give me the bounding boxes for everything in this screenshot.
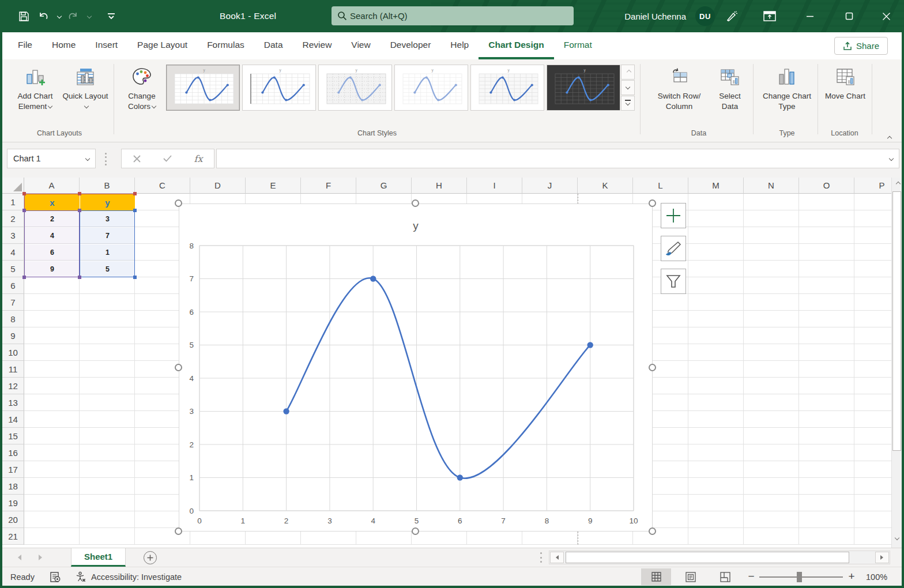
row-header-6[interactable]: 6 [2, 277, 24, 294]
column-header-B[interactable]: B [80, 178, 135, 194]
range-handle[interactable] [22, 276, 26, 279]
column-header-P[interactable]: P [854, 178, 891, 194]
tab-page-layout[interactable]: Page Layout [127, 32, 197, 59]
chart-styles-button[interactable] [661, 236, 686, 261]
formula-bar-resize-handle[interactable] [105, 153, 107, 165]
column-header-C[interactable]: C [135, 178, 190, 194]
sheet-nav-next-button[interactable] [36, 553, 45, 562]
chart-selection-handle[interactable] [412, 199, 419, 207]
zoom-level[interactable]: 100% [866, 567, 887, 586]
vertical-scroll-thumb[interactable] [892, 191, 901, 451]
chart-style-1[interactable]: y [166, 65, 240, 111]
row-header-7[interactable]: 7 [2, 294, 24, 311]
row-header-17[interactable]: 17 [2, 461, 24, 478]
row-header-11[interactable]: 11 [2, 361, 24, 378]
row-header-5[interactable]: 5 [2, 261, 24, 277]
cell-A2[interactable]: 2 [25, 211, 80, 227]
tab-file[interactable]: File [8, 32, 42, 59]
cancel-icon[interactable] [133, 155, 141, 163]
avatar[interactable]: DU [695, 6, 715, 26]
column-header-K[interactable]: K [578, 178, 633, 194]
row-header-21[interactable]: 21 [2, 528, 24, 545]
column-header-I[interactable]: I [467, 178, 522, 194]
column-header-F[interactable]: F [301, 178, 356, 194]
undo-button[interactable] [35, 7, 52, 25]
chart-selection-handle[interactable] [175, 364, 182, 371]
move-chart-button[interactable]: Move Chart [822, 64, 868, 101]
column-header-M[interactable]: M [688, 178, 744, 194]
redo-dropdown[interactable] [84, 7, 92, 25]
normal-view-button[interactable] [641, 568, 671, 585]
zoom-in-button[interactable]: + [845, 570, 858, 583]
row-header-18[interactable]: 18 [2, 478, 24, 495]
zoom-out-button[interactable]: − [745, 570, 758, 583]
column-header-O[interactable]: O [799, 178, 854, 194]
chart-elements-button[interactable] [661, 203, 686, 228]
range-handle[interactable] [133, 192, 137, 195]
row-header-13[interactable]: 13 [2, 394, 24, 411]
chart-selection-handle[interactable] [649, 527, 656, 535]
row-header-14[interactable]: 14 [2, 411, 24, 428]
row-header-3[interactable]: 3 [2, 227, 24, 244]
range-handle[interactable] [78, 209, 81, 212]
tab-chart-design[interactable]: Chart Design [479, 32, 553, 59]
sheet-tab-sheet1[interactable]: Sheet1 [71, 548, 126, 567]
page-layout-view-button[interactable] [676, 568, 706, 585]
redo-button[interactable] [65, 7, 82, 25]
gallery-scroll-up-button[interactable] [621, 65, 635, 80]
share-button[interactable]: Share [834, 37, 888, 55]
column-header-L[interactable]: L [633, 178, 688, 194]
tab-help[interactable]: Help [440, 32, 479, 59]
select-data-button[interactable]: Select Data [710, 64, 749, 111]
horizontal-scroll-thumb[interactable] [566, 552, 849, 563]
chart-selection-handle[interactable] [175, 199, 182, 207]
chart-selection-handle[interactable] [649, 364, 656, 371]
row-header-16[interactable]: 16 [2, 444, 24, 461]
tab-home[interactable]: Home [42, 32, 85, 59]
page-break-preview-button[interactable] [710, 568, 740, 585]
search-input[interactable] [350, 11, 540, 21]
chart-style-6[interactable]: y [547, 65, 620, 111]
range-handle[interactable] [22, 209, 26, 212]
scroll-left-button[interactable] [550, 552, 564, 563]
row-header-12[interactable]: 12 [2, 378, 24, 394]
row-header-2[interactable]: 2 [2, 210, 24, 227]
column-header-N[interactable]: N [744, 178, 799, 194]
tab-developer[interactable]: Developer [381, 32, 441, 59]
formula-input[interactable] [217, 149, 888, 168]
gallery-more-button[interactable] [621, 96, 635, 111]
horizontal-scrollbar[interactable] [549, 551, 890, 564]
tab-insert[interactable]: Insert [85, 32, 127, 59]
range-handle[interactable] [133, 209, 137, 212]
add-chart-element-button[interactable]: Add Chart Element [9, 64, 61, 111]
chart-style-2[interactable]: y [242, 65, 316, 111]
chart-style-4[interactable]: y [394, 65, 468, 111]
range-handle[interactable] [22, 192, 26, 195]
cell-B2[interactable]: 3 [80, 211, 135, 227]
row-header-15[interactable]: 15 [2, 428, 24, 444]
scroll-down-button[interactable] [892, 532, 902, 545]
cell-B1[interactable]: y [80, 194, 135, 210]
tab-bar-resize-handle[interactable] [540, 552, 543, 563]
sheet-nav-prev-button[interactable] [15, 553, 24, 562]
new-sheet-button[interactable] [144, 551, 157, 564]
tab-data[interactable]: Data [254, 32, 293, 59]
row-header-10[interactable]: 10 [2, 344, 24, 361]
column-header-E[interactable]: E [246, 178, 301, 194]
account-area[interactable]: Daniel Uchenna DU [624, 0, 715, 32]
chart-selection-handle[interactable] [412, 527, 419, 535]
chart-style-5[interactable]: y [470, 65, 544, 111]
column-header-G[interactable]: G [356, 178, 412, 194]
collapse-ribbon-button[interactable] [886, 131, 891, 141]
row-header-4[interactable]: 4 [2, 244, 24, 261]
chart-style-3[interactable]: y [318, 65, 392, 111]
chart-filters-button[interactable] [661, 269, 686, 294]
cell-A5[interactable]: 9 [25, 261, 80, 277]
cell-B4[interactable]: 1 [80, 244, 135, 261]
scroll-up-button[interactable] [892, 178, 902, 190]
enter-icon[interactable] [163, 155, 172, 162]
customize-qat-button[interactable] [103, 7, 120, 25]
column-header-H[interactable]: H [412, 178, 467, 194]
search-box[interactable] [332, 6, 574, 25]
range-handle[interactable] [78, 192, 81, 195]
